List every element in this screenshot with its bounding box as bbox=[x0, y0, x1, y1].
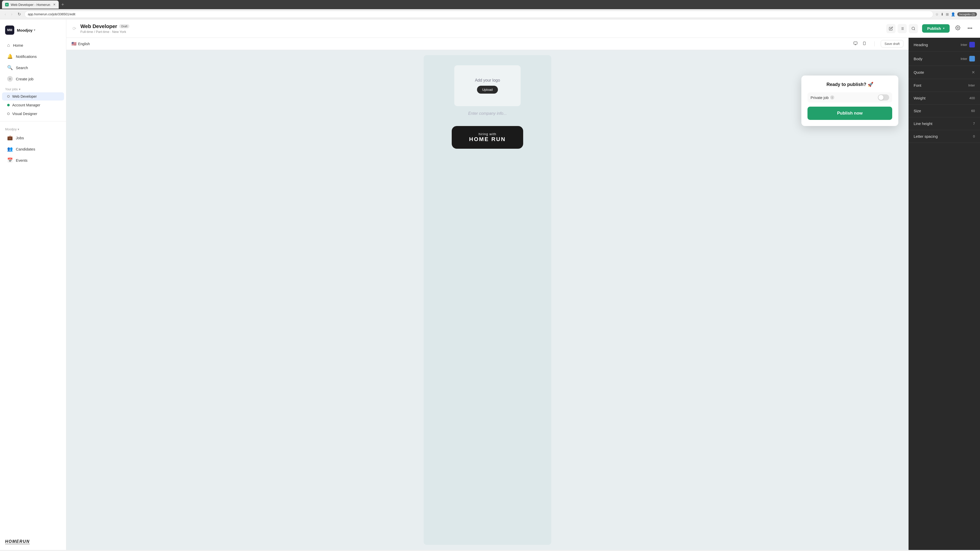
mobile-view-btn[interactable] bbox=[861, 40, 868, 47]
desktop-view-btn[interactable] bbox=[851, 40, 859, 47]
save-draft-btn[interactable]: Save draft bbox=[881, 40, 904, 48]
rocket-icon: 🚀 bbox=[868, 82, 873, 87]
jobs-icon: 💼 bbox=[7, 135, 13, 141]
private-job-toggle[interactable] bbox=[878, 94, 889, 100]
sidebar-item-label: Home bbox=[13, 43, 23, 48]
sidebar-item-candidates[interactable]: 👥 Candidates bbox=[2, 144, 64, 154]
active-tab[interactable]: H Web Developer - Homerun ✕ bbox=[2, 0, 59, 9]
loading-spinner-icon: ⟳ bbox=[73, 26, 76, 32]
panel-weight-value: 400 bbox=[969, 96, 975, 100]
browser-nav-bar: ‹ › ↻ app.homerun.co/job/336501/edit ☆ ⬇… bbox=[0, 9, 980, 19]
edit-tool-btn[interactable] bbox=[886, 24, 896, 33]
heading-color-swatch[interactable] bbox=[969, 42, 975, 48]
new-tab-btn[interactable]: + bbox=[60, 2, 65, 7]
list-icon bbox=[900, 27, 904, 30]
panel-heading-label: Heading bbox=[914, 43, 928, 47]
language-flag-icon: 🇺🇸 bbox=[72, 41, 76, 46]
quote-close-btn[interactable]: ✕ bbox=[972, 70, 975, 75]
bookmark-icon[interactable]: ☆ bbox=[935, 12, 939, 16]
tab-close-btn[interactable]: ✕ bbox=[53, 3, 56, 6]
panel-row-heading: Heading Inter bbox=[908, 38, 980, 52]
sidebar-item-create-job[interactable]: + Create job bbox=[2, 73, 64, 84]
back-btn[interactable]: ‹ bbox=[3, 11, 7, 17]
top-bar: ⟳ Web Developer Draft Full-time / Part-t… bbox=[66, 19, 980, 38]
sidebar-job-web-developer[interactable]: Web Developer bbox=[2, 92, 64, 100]
profile-icon[interactable]: 👤 bbox=[951, 12, 955, 16]
nav-actions: ☆ ⬇ ⊞ 👤 Incognito (2) bbox=[935, 12, 977, 16]
tab-title: Web Developer - Homerun bbox=[11, 3, 50, 6]
logo-upload-area: Add your logo Upload bbox=[454, 65, 520, 106]
moodjoy-chevron-icon: ▾ bbox=[18, 127, 19, 131]
list-tool-btn[interactable] bbox=[897, 24, 907, 33]
publish-chevron-icon: ▾ bbox=[943, 27, 945, 30]
panel-body-value: Inter bbox=[961, 57, 967, 61]
publish-button[interactable]: Publish ▾ bbox=[922, 24, 950, 33]
editor-area: 🇺🇸 English Save draft bbox=[66, 38, 980, 550]
address-bar[interactable]: app.homerun.co/job/336501/edit bbox=[24, 11, 933, 18]
panel-font-value: Inter bbox=[968, 83, 975, 87]
panel-body-label: Body bbox=[914, 57, 922, 61]
settings-icon bbox=[955, 25, 960, 30]
sidebar-item-label: Notifications bbox=[16, 54, 37, 59]
private-job-row: Private job i bbox=[808, 92, 892, 103]
edit-icon bbox=[889, 27, 893, 30]
svg-rect-9 bbox=[854, 42, 857, 44]
upload-btn[interactable]: Upload bbox=[477, 86, 498, 94]
main-content: ⟳ Web Developer Draft Full-time / Part-t… bbox=[66, 19, 980, 550]
publish-popup-title: Ready to publish? 🚀 bbox=[808, 82, 892, 87]
panel-row-body: Body Inter bbox=[908, 52, 980, 66]
split-view-icon[interactable]: ⊞ bbox=[946, 12, 949, 16]
company-info-placeholder[interactable]: Enter company info... bbox=[429, 111, 546, 116]
user-avatar: MM bbox=[5, 25, 14, 35]
sidebar-item-label: Candidates bbox=[16, 147, 35, 151]
panel-weight-label: Weight bbox=[914, 96, 925, 100]
reload-btn[interactable]: ↻ bbox=[16, 11, 22, 17]
sidebar-job-account-manager[interactable]: Account Manager bbox=[2, 101, 64, 109]
brand-name[interactable]: Moodjoy ▾ bbox=[17, 28, 35, 32]
your-jobs-section: Your jobs ▾ bbox=[0, 84, 66, 92]
sidebar-item-search[interactable]: 🔍 Search bbox=[2, 62, 64, 73]
sidebar-item-jobs[interactable]: 💼 Jobs bbox=[2, 132, 64, 143]
private-job-label: Private job i bbox=[811, 95, 834, 100]
info-icon[interactable]: i bbox=[830, 95, 834, 100]
panel-heading-value: Inter bbox=[961, 43, 967, 47]
browser-tab-bar: H Web Developer - Homerun ✕ + bbox=[0, 0, 980, 9]
tab-favicon: H bbox=[5, 3, 9, 6]
create-job-icon: + bbox=[7, 76, 13, 82]
job-name: Web Developer bbox=[12, 94, 37, 98]
panel-line-height-label: Line height bbox=[914, 121, 932, 126]
download-icon[interactable]: ⬇ bbox=[941, 12, 944, 16]
search-icon bbox=[912, 27, 915, 30]
sidebar-item-label: Create job bbox=[16, 77, 33, 81]
body-color-swatch[interactable] bbox=[969, 56, 975, 62]
panel-row-quote: Quote ✕ bbox=[908, 66, 980, 79]
sidebar-item-notifications[interactable]: 🔔 Notifications bbox=[2, 51, 64, 62]
sidebar-item-label: Search bbox=[16, 65, 28, 70]
panel-quote-label: Quote bbox=[914, 70, 924, 75]
sidebar-logo-area: MM Moodjoy ▾ bbox=[0, 24, 66, 40]
candidates-icon: 👥 bbox=[7, 146, 13, 152]
publish-now-btn[interactable]: Publish now bbox=[808, 106, 892, 120]
view-toggle bbox=[851, 40, 868, 47]
language-selector[interactable]: 🇺🇸 English bbox=[72, 41, 90, 46]
panel-line-height-value: 7 bbox=[973, 122, 975, 125]
panel-size-label: Size bbox=[914, 109, 921, 113]
job-title-area: Web Developer Draft Full-time / Part-tim… bbox=[80, 24, 882, 34]
panel-row-weight: Weight 400 bbox=[908, 92, 980, 105]
your-jobs-chevron-icon: ▾ bbox=[19, 87, 21, 91]
job-status-live-icon bbox=[7, 104, 10, 106]
sidebar-item-events[interactable]: 📅 Events bbox=[2, 155, 64, 165]
job-status-draft-icon bbox=[7, 113, 10, 115]
settings-button[interactable] bbox=[954, 24, 962, 33]
panel-font-label: Font bbox=[914, 83, 921, 87]
panel-letter-spacing-value: 0 bbox=[973, 135, 975, 138]
search-tool-btn[interactable] bbox=[909, 24, 918, 33]
forward-btn[interactable]: › bbox=[10, 11, 14, 17]
right-panel: Heading Inter Body Inter Quote ✕ bbox=[908, 38, 980, 550]
more-options-button[interactable]: ••• bbox=[966, 24, 974, 33]
sidebar-item-home[interactable]: ⌂ Home bbox=[2, 40, 64, 51]
sidebar-job-visual-designer[interactable]: Visual Designer bbox=[2, 110, 64, 118]
toggle-knob bbox=[878, 95, 883, 100]
draft-badge: Draft bbox=[119, 24, 129, 28]
sidebar: MM Moodjoy ▾ ⌂ Home 🔔 Notifications 🔍 Se… bbox=[0, 19, 66, 550]
